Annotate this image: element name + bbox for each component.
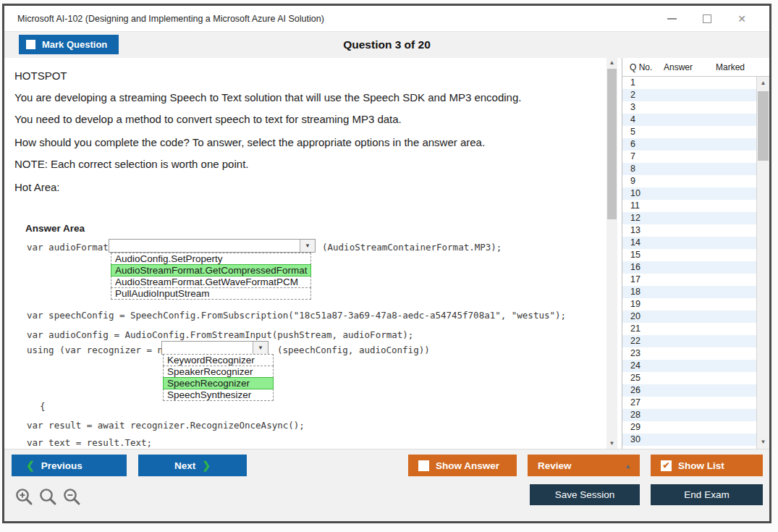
question-number: 4 bbox=[630, 114, 635, 124]
show-list-checkbox[interactable]: ✔ bbox=[661, 460, 672, 471]
recognizer-options: KeywordRecognizer SpeakerRecognizer Spee… bbox=[163, 355, 274, 401]
question-row[interactable]: 18 bbox=[622, 286, 756, 298]
mark-question-checkbox[interactable] bbox=[26, 40, 35, 49]
option-speechsynthesizer[interactable]: SpeechSynthesizer bbox=[163, 389, 274, 401]
show-answer-checkbox[interactable] bbox=[418, 460, 429, 471]
show-list-label: Show List bbox=[678, 460, 724, 471]
chevron-down-icon[interactable]: ▼ bbox=[300, 240, 315, 252]
option-audioconfig-setproperty[interactable]: AudioConfig.SetProperty bbox=[111, 253, 311, 265]
scroll-down-icon[interactable]: ▼ bbox=[606, 439, 617, 449]
option-getwaveformatpcm[interactable]: AudioStreamFormat.GetWaveFormatPCM bbox=[111, 276, 311, 288]
question-row[interactable]: 26 bbox=[622, 384, 756, 397]
dropdown-value bbox=[109, 240, 300, 252]
question-row[interactable]: 5 bbox=[622, 126, 756, 138]
maximize-icon[interactable] bbox=[703, 14, 711, 23]
chevron-right-icon: ❯ bbox=[202, 460, 211, 471]
scrollbar-thumb[interactable] bbox=[607, 69, 617, 219]
question-row[interactable]: 12 bbox=[622, 212, 756, 224]
audio-format-dropdown[interactable]: ▼ bbox=[109, 239, 316, 253]
question-row[interactable]: 2 bbox=[622, 89, 756, 101]
show-list-button[interactable]: ✔ Show List bbox=[651, 455, 763, 476]
review-button[interactable]: Review ▲ bbox=[528, 455, 640, 476]
question-number: 3 bbox=[630, 102, 635, 112]
question-row[interactable]: 1 bbox=[622, 77, 756, 89]
question-row[interactable]: 7 bbox=[622, 151, 756, 163]
question-number: 14 bbox=[630, 237, 640, 248]
question-panel-scrollbar[interactable]: ▲ ▼ bbox=[606, 58, 617, 449]
question-row[interactable]: 20 bbox=[622, 311, 756, 323]
question-row[interactable]: 24 bbox=[622, 360, 756, 372]
previous-button[interactable]: ❮ Previous bbox=[12, 455, 127, 476]
question-list-scrollbar[interactable]: ▲ ▼ bbox=[757, 77, 769, 449]
question-row[interactable]: 21 bbox=[622, 323, 756, 335]
mark-question-button[interactable]: Mark Question bbox=[19, 35, 119, 54]
question-number: 13 bbox=[630, 225, 640, 235]
question-row[interactable]: 13 bbox=[622, 224, 756, 237]
option-getcompressedformat[interactable]: AudioStreamFormat.GetCompressedFormat bbox=[111, 264, 311, 276]
column-marked: Marked bbox=[716, 62, 769, 72]
question-panel: HOTSPOT You are developing a streaming S… bbox=[4, 58, 606, 449]
question-counter: Question 3 of 20 bbox=[343, 38, 431, 51]
chevron-left-icon: ❮ bbox=[26, 460, 35, 471]
end-exam-button[interactable]: End Exam bbox=[651, 484, 763, 505]
question-rows: 1234567891011121314151617181920212223242… bbox=[622, 77, 757, 449]
code-line: var text = result.Text; bbox=[27, 437, 152, 448]
question-row[interactable]: 23 bbox=[622, 347, 756, 360]
question-row[interactable]: 15 bbox=[622, 249, 756, 261]
minimize-icon[interactable] bbox=[667, 18, 677, 20]
question-number: 8 bbox=[630, 164, 635, 174]
question-row[interactable]: 4 bbox=[622, 114, 756, 126]
magnifier-icon[interactable] bbox=[38, 487, 58, 507]
question-row[interactable]: 16 bbox=[622, 261, 756, 274]
option-keywordrecognizer[interactable]: KeywordRecognizer bbox=[163, 354, 274, 366]
audio-format-options: AudioConfig.SetProperty AudioStreamForma… bbox=[111, 253, 311, 300]
question-row[interactable]: 28 bbox=[622, 409, 756, 421]
chevron-down-icon[interactable]: ▼ bbox=[253, 342, 268, 354]
scrollbar-thumb[interactable] bbox=[758, 91, 769, 161]
option-pullaudioinputstream[interactable]: PullAudioInputStream bbox=[111, 287, 311, 300]
question-row[interactable]: 25 bbox=[622, 372, 756, 384]
question-row[interactable]: 10 bbox=[622, 187, 756, 200]
option-speechrecognizer[interactable]: SpeechRecognizer bbox=[163, 377, 274, 389]
save-session-button[interactable]: Save Session bbox=[530, 484, 640, 505]
question-row[interactable]: 30 bbox=[622, 434, 756, 446]
mark-question-label: Mark Question bbox=[42, 39, 107, 50]
scroll-down-icon[interactable]: ▼ bbox=[757, 437, 769, 447]
question-row[interactable]: 9 bbox=[622, 175, 756, 187]
question-row[interactable]: 6 bbox=[622, 138, 756, 151]
question-row[interactable]: 27 bbox=[622, 397, 756, 409]
question-row[interactable]: 8 bbox=[622, 163, 756, 175]
question-number: 12 bbox=[630, 213, 640, 223]
show-answer-button[interactable]: Show Answer bbox=[408, 455, 517, 476]
recognizer-dropdown[interactable]: ▼ bbox=[161, 341, 269, 355]
zoom-in-icon[interactable] bbox=[14, 487, 34, 507]
next-label: Next bbox=[174, 460, 195, 471]
question-number: 27 bbox=[630, 397, 640, 408]
question-number: 10 bbox=[630, 188, 640, 198]
option-speakerrecognizer[interactable]: SpeakerRecognizer bbox=[163, 366, 274, 378]
question-row[interactable]: 29 bbox=[622, 421, 756, 434]
dropdown-value bbox=[162, 342, 253, 354]
close-icon[interactable]: ✕ bbox=[737, 14, 746, 24]
question-number: 11 bbox=[630, 200, 640, 211]
code-line: var audioConfig = AudioConfig.FromStream… bbox=[27, 329, 413, 340]
code-line: { bbox=[40, 401, 46, 412]
next-button[interactable]: Next ❯ bbox=[138, 455, 247, 476]
question-number: 28 bbox=[630, 410, 640, 420]
question-row[interactable]: 3 bbox=[622, 101, 756, 114]
app-window: Microsoft AI-102 (Designing and Implemen… bbox=[2, 4, 771, 523]
scroll-up-icon[interactable]: ▲ bbox=[606, 58, 617, 68]
scroll-up-icon[interactable]: ▲ bbox=[757, 78, 769, 88]
code-line: var speechConfig = SpeechConfig.FromSubs… bbox=[27, 310, 566, 321]
window-title: Microsoft AI-102 (Designing and Implemen… bbox=[17, 14, 667, 24]
question-row[interactable]: 22 bbox=[622, 335, 756, 347]
question-row[interactable]: 17 bbox=[622, 274, 756, 286]
zoom-out-icon[interactable] bbox=[62, 487, 82, 507]
question-row[interactable]: 11 bbox=[622, 200, 756, 212]
question-row[interactable]: 14 bbox=[622, 237, 756, 249]
question-row[interactable]: 19 bbox=[622, 298, 756, 311]
question-list-panel: Q No. Answer Marked 12345678910111213141… bbox=[622, 58, 769, 449]
question-number: 26 bbox=[630, 385, 640, 395]
code-line: (speechConfig, audioConfig)) bbox=[277, 345, 430, 355]
show-answer-label: Show Answer bbox=[436, 460, 499, 471]
